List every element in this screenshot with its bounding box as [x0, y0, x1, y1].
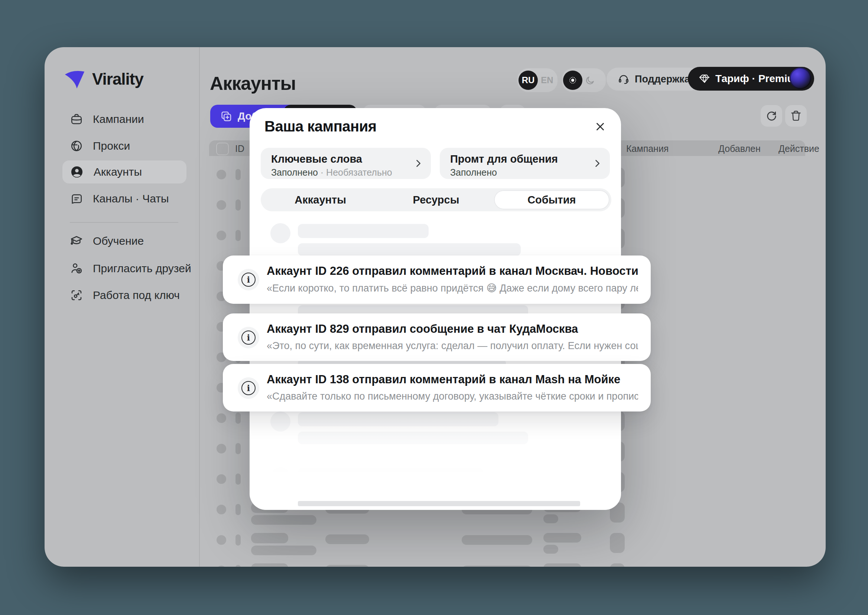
skeleton-bar — [251, 563, 288, 567]
skeleton-bar — [462, 535, 532, 545]
skeleton-bar — [217, 505, 226, 514]
add-copy-icon — [220, 110, 233, 123]
tab-accounts[interactable]: Аккаунты — [262, 190, 378, 209]
sidebar-item-label: Кампании — [93, 113, 144, 125]
event-title: Аккаунт ID 138 отправил комментарий в ка… — [267, 373, 638, 386]
chevron-right-icon — [413, 158, 423, 169]
skeleton-bar — [236, 169, 241, 180]
skeleton-bar — [217, 170, 226, 180]
skeleton-bar — [217, 535, 226, 545]
column-header-campaign: Кампания — [626, 144, 668, 154]
headset-icon — [618, 73, 629, 85]
event-card[interactable]: i Аккаунт ID 226 отправил комментарий в … — [223, 256, 651, 304]
skeleton-bar — [217, 200, 226, 210]
skeleton-bar — [217, 231, 226, 240]
skeleton-bar — [298, 224, 429, 238]
skeleton-bar — [236, 504, 241, 515]
event-quote: «Если коротко, то платить всё равно прид… — [267, 282, 638, 294]
skeleton-bar — [217, 444, 226, 453]
briefcase-icon — [62, 112, 83, 126]
info-icon: i — [238, 269, 259, 290]
table-row — [45, 561, 826, 567]
column-header-action: Действие — [779, 144, 820, 154]
skeleton-bar — [543, 545, 558, 554]
column-header-id: ID — [235, 144, 244, 154]
skeleton-avatar — [270, 223, 290, 243]
trash-button[interactable] — [785, 105, 807, 126]
skeleton-bar — [236, 413, 241, 424]
app-window: Virality Кампании Прокси — [45, 47, 826, 567]
skeleton-bar — [543, 514, 558, 523]
skeleton-bar — [236, 200, 241, 211]
lang-en-button[interactable]: EN — [538, 75, 556, 86]
refresh-button[interactable] — [761, 105, 782, 126]
tab-resources[interactable]: Ресурсы — [378, 190, 493, 209]
keywords-card-status: Заполнено · Необязательно — [271, 167, 392, 178]
event-card[interactable]: i Аккаунт ID 829 отправил сообщение в ча… — [223, 314, 651, 361]
skeleton-bar — [236, 534, 241, 546]
globe-icon — [62, 139, 83, 153]
brand-logo: Virality — [63, 67, 144, 91]
tab-events[interactable]: События — [494, 190, 609, 209]
brand-name: Virality — [92, 70, 144, 88]
event-card[interactable]: i Аккаунт ID 138 отправил комментарий в … — [223, 364, 651, 412]
prompt-card[interactable]: Промт для общения Заполнено — [440, 148, 610, 179]
screen: Virality Кампании Прокси — [0, 0, 868, 615]
prompt-card-status: Заполнено — [450, 167, 497, 178]
skeleton-bar — [251, 546, 317, 555]
modal-title: Ваша кампания — [264, 118, 376, 135]
sidebar-item-campaigns[interactable]: Кампании — [62, 108, 186, 131]
event-quote: «Это, по сути, как временная услуга: сде… — [267, 340, 638, 352]
lang-ru-button[interactable]: RU — [518, 70, 538, 90]
skeleton-bar — [236, 565, 241, 567]
skeleton-bar — [217, 474, 226, 484]
skeleton-bar — [251, 515, 317, 525]
sidebar-item-proxies[interactable]: Прокси — [62, 134, 186, 158]
skeleton-bar — [236, 473, 241, 485]
skeleton-bar — [236, 443, 241, 454]
virality-logo-icon — [63, 67, 86, 91]
table-row — [45, 531, 826, 561]
skeleton-bar — [236, 230, 241, 241]
skeleton-bar — [610, 563, 625, 567]
page-title: Аккаунты — [210, 73, 296, 94]
skeleton-bar — [251, 533, 288, 543]
skeleton-bar — [462, 566, 532, 567]
skeleton-bar — [325, 534, 369, 544]
chevron-right-icon — [592, 158, 603, 169]
support-label: Поддержка — [635, 73, 690, 85]
sidebar-item-label: Прокси — [93, 140, 130, 152]
info-icon: i — [238, 327, 259, 348]
modal-tabs: Аккаунты Ресурсы События — [261, 188, 611, 211]
keywords-card-title: Ключевые слова — [271, 153, 362, 165]
skeleton-bar — [325, 565, 369, 567]
campaign-modal: Ваша кампания Ключевые слова Заполнено ·… — [250, 108, 621, 510]
diamond-icon — [699, 73, 710, 84]
language-toggle[interactable]: RU EN — [517, 68, 557, 92]
column-header-added: Добавлен — [718, 144, 761, 154]
close-icon[interactable] — [592, 119, 608, 135]
keywords-card[interactable]: Ключевые слова Заполнено · Необязательно — [261, 148, 431, 179]
event-title: Аккаунт ID 829 отправил сообщение в чат … — [267, 322, 638, 336]
skeleton-bar — [543, 533, 581, 543]
skeleton-bar — [217, 413, 226, 423]
moon-icon[interactable] — [585, 75, 596, 86]
avatar[interactable] — [790, 67, 811, 89]
select-all-checkbox[interactable] — [216, 143, 229, 155]
skeleton-bar — [298, 243, 521, 256]
prompt-card-title: Промт для общения — [450, 153, 558, 165]
theme-toggle[interactable] — [562, 68, 606, 92]
clipped-event-text — [298, 501, 580, 506]
event-title: Аккаунт ID 226 отправил комментарий в ка… — [267, 264, 638, 278]
skeleton-bar — [543, 563, 581, 567]
sun-icon[interactable] — [563, 70, 582, 90]
event-quote: «Сдавайте только по письменному договору… — [267, 391, 638, 402]
skeleton-bar — [217, 566, 226, 567]
skeleton-bar — [610, 533, 625, 553]
support-button[interactable]: Поддержка — [607, 67, 701, 91]
info-icon: i — [238, 377, 259, 399]
